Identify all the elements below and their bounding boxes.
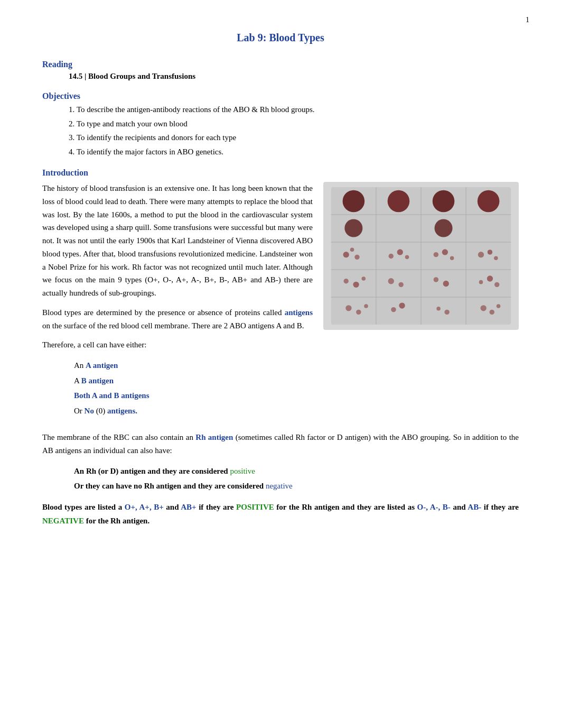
rh-list: An Rh (or D) antigen and they are consid… — [74, 464, 519, 494]
rh-list-item: An Rh (or D) antigen and they are consid… — [74, 464, 519, 479]
svg-point-39 — [391, 307, 396, 312]
svg-point-12 — [344, 219, 362, 237]
blood-type-image — [323, 182, 519, 330]
svg-point-24 — [488, 250, 492, 254]
blood-summary: Blood types are listed a O+, A+, B+ and … — [42, 500, 519, 528]
reading-subheading: 14.5 | Blood Groups and Transfusions — [69, 72, 519, 81]
rh-antigen-paragraph: The membrane of the RBC can also contain… — [42, 431, 519, 457]
svg-point-22 — [450, 256, 454, 260]
svg-point-41 — [436, 307, 441, 311]
objective-item: To type and match your own blood — [77, 118, 519, 130]
svg-point-17 — [389, 254, 394, 259]
svg-point-23 — [478, 252, 484, 257]
svg-point-31 — [434, 277, 438, 282]
svg-point-15 — [354, 255, 359, 260]
svg-point-36 — [345, 305, 351, 311]
reading-heading: Reading — [42, 60, 519, 69]
svg-point-44 — [490, 310, 494, 315]
svg-point-10 — [433, 190, 455, 213]
svg-point-26 — [343, 279, 348, 283]
svg-point-8 — [343, 190, 365, 213]
svg-point-16 — [350, 247, 354, 252]
svg-point-30 — [398, 282, 403, 287]
antigens-word: antigens — [285, 308, 313, 317]
intro-paragraph-1: The history of blood transfusion is an e… — [42, 182, 313, 425]
svg-point-18 — [397, 249, 403, 255]
svg-point-19 — [405, 255, 409, 260]
antigen-item: A B antigen — [74, 373, 313, 389]
svg-point-38 — [364, 304, 368, 308]
objectives-heading: Objectives — [42, 91, 519, 101]
blood-type-svg — [329, 187, 513, 325]
rh-list-item: Or they can have no Rh antigen and they … — [74, 478, 519, 494]
svg-point-25 — [494, 256, 498, 260]
objective-item: To identify the major factors in ABO gen… — [77, 146, 519, 158]
svg-point-43 — [481, 305, 487, 311]
svg-point-29 — [388, 278, 394, 284]
objective-item: To identify the recipients and donors fo… — [77, 132, 519, 144]
svg-point-34 — [487, 275, 493, 281]
page-number: 1 — [526, 16, 529, 24]
svg-point-35 — [494, 282, 499, 287]
page-title: Lab 9: Blood Types — [42, 32, 519, 44]
objectives-list: To describe the antigen-antibody reactio… — [77, 104, 519, 158]
svg-point-13 — [435, 219, 453, 237]
introduction-heading: Introduction — [42, 168, 519, 178]
svg-point-20 — [434, 252, 438, 257]
svg-point-32 — [443, 281, 449, 287]
antigen-item: An A antigen — [74, 358, 313, 373]
svg-point-42 — [444, 310, 449, 315]
svg-point-45 — [497, 304, 501, 308]
svg-point-14 — [343, 252, 349, 257]
blood-type-image-container — [323, 182, 519, 425]
svg-point-37 — [356, 310, 361, 315]
antigen-item: Both A and B antigens — [74, 388, 313, 403]
svg-point-21 — [442, 249, 448, 255]
svg-point-33 — [479, 280, 483, 284]
svg-point-11 — [478, 190, 500, 213]
antigen-item: Or No (0) antigens. — [74, 403, 313, 419]
svg-point-40 — [399, 302, 405, 308]
svg-point-27 — [353, 282, 359, 288]
objective-item: To describe the antigen-antibody reactio… — [77, 104, 519, 116]
antigen-list: An A antigen A B antigen Both A and B an… — [74, 358, 313, 418]
svg-point-9 — [388, 190, 410, 213]
svg-point-28 — [361, 277, 366, 281]
